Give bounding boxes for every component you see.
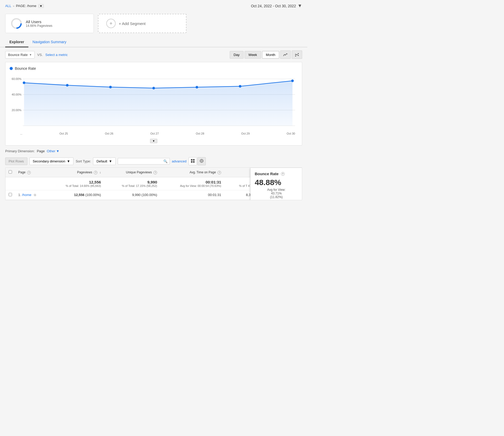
bounce-overlay-avg: Avg for View: 43.71% (11.82%) (255, 188, 298, 199)
bounce-overlay-title: Bounce Rate ? (255, 172, 298, 176)
tab-navigation-summary[interactable]: Navigation Summary (28, 37, 71, 47)
sort-default-label: Default (96, 159, 107, 163)
row-unique-val: 9,990 (132, 193, 141, 197)
x-label-2: Oct 26 (105, 132, 113, 135)
svg-point-19 (196, 86, 198, 89)
advanced-link[interactable]: advanced (172, 159, 186, 163)
primary-dimension-bar: Primary Dimension: Page Other ▼ (0, 146, 307, 155)
svg-point-3 (296, 54, 297, 55)
row-pageviews-cell: 12,556 (100.00%) (48, 190, 104, 200)
select-metric-link[interactable]: Select a metric (45, 53, 68, 57)
row-num: 1. (18, 193, 21, 197)
chart-scatter-btn[interactable] (292, 50, 302, 59)
table-controls: Plot Rows Secondary dimension ▼ Sort Typ… (0, 155, 307, 167)
x-label-4: Oct 28 (196, 132, 204, 135)
search-icon: 🔍 (163, 159, 167, 163)
chart-title: Bounce Rate (15, 66, 36, 71)
time-btn-day[interactable]: Day (230, 51, 244, 59)
unique-help-icon[interactable]: ? (153, 171, 157, 174)
view-table-btn[interactable] (189, 157, 197, 165)
metric-label: Bounce Rate (8, 53, 28, 57)
total-pageviews-main: 12,556 (51, 180, 101, 184)
row-page-link[interactable]: /home (22, 193, 31, 197)
row-checkbox-cell (5, 190, 15, 200)
time-btn-month[interactable]: Month (262, 51, 279, 59)
bounce-overlay-main-value: 48.88% (255, 178, 298, 187)
total-unique-main: 9,990 (107, 180, 157, 184)
metric-chevron: ▼ (29, 53, 32, 56)
total-page-cell (15, 177, 48, 190)
svg-marker-14 (24, 81, 293, 126)
checkbox-header (5, 168, 15, 177)
total-pageviews-sub: % of Total: 14.66% (85,663) (51, 184, 101, 187)
chart-container: Bounce Rate 60.00% 40.00% 20.00% (5, 62, 302, 146)
th-avg-time: Avg. Time on Page ? (160, 168, 224, 177)
all-users-segment[interactable]: All Users 14.66% Pageviews (5, 14, 94, 33)
svg-rect-24 (191, 161, 192, 163)
chart-x-labels: ... Oct 25 Oct 26 Oct 27 Oct 28 Oct 29 O… (10, 131, 298, 138)
row-pageviews-pct: (100.00%) (85, 193, 101, 197)
select-all-checkbox[interactable] (9, 170, 12, 174)
search-input[interactable] (120, 159, 162, 163)
x-label-0: ... (20, 132, 22, 135)
avg-time-help-icon[interactable]: ? (217, 171, 221, 174)
secondary-dim-arrow: ▼ (67, 159, 70, 163)
add-segment-circle: + (106, 19, 116, 28)
controls-right: Day Week Month (230, 50, 302, 59)
pageviews-help-icon[interactable]: ? (94, 171, 97, 174)
segment-info: All Users 14.66% Pageviews (26, 20, 52, 28)
th-page: Page ? (15, 168, 48, 177)
breadcrumb-page: PAGE: /home (16, 4, 36, 8)
secondary-dimension-button[interactable]: Secondary dimension ▼ (29, 157, 74, 165)
date-range-label: Oct 24, 2022 - Oct 30, 2022 (251, 4, 296, 8)
chart-area: 60.00% 40.00% 20.00% (10, 74, 298, 131)
copy-icon[interactable]: ⧉ (34, 193, 36, 197)
metric-dropdown[interactable]: Bounce Rate ▼ (5, 51, 35, 59)
time-btn-week[interactable]: Week (245, 51, 261, 59)
row-checkbox[interactable] (9, 193, 12, 196)
primary-dim-label: Primary Dimension: (5, 149, 35, 153)
svg-rect-25 (193, 161, 195, 163)
total-avg-main: 00:01:31 (163, 180, 221, 184)
tabs-bar: Explorer Navigation Summary (0, 37, 307, 47)
date-range-dropdown[interactable]: ▼ (297, 3, 302, 9)
breadcrumb-dropdown[interactable]: ▼ (38, 4, 44, 8)
add-segment-card[interactable]: + + Add Segment (98, 14, 186, 33)
chart-line-btn[interactable] (280, 50, 291, 59)
tab-explorer[interactable]: Explorer (5, 37, 28, 47)
row-avg-time-cell: 00:01:31 (160, 190, 224, 200)
th-pageviews: Pageviews ? ↓ (48, 168, 104, 177)
svg-rect-22 (191, 159, 192, 161)
plot-rows-button[interactable]: Plot Rows (5, 157, 27, 165)
controls-bar: Bounce Rate ▼ VS. Select a metric Day We… (0, 47, 307, 62)
chart-legend: Bounce Rate (10, 66, 298, 71)
breadcrumb-bar: ALL » PAGE: /home ▼ Oct 24, 2022 - Oct 3… (0, 0, 307, 12)
row-page-cell: 1. /home ⧉ (15, 190, 48, 200)
row-avg-time: 00:01:31 (208, 193, 221, 197)
breadcrumb-all[interactable]: ALL (5, 4, 11, 8)
svg-point-4 (298, 53, 299, 54)
x-label-6: Oct 30 (287, 132, 295, 135)
segment-area: All Users 14.66% Pageviews + + Add Segme… (0, 12, 307, 37)
dim-other[interactable]: Other ▼ (47, 149, 59, 153)
bounce-overlay-help[interactable]: ? (281, 172, 285, 176)
svg-point-15 (23, 81, 25, 84)
breadcrumb: ALL » PAGE: /home ▼ (5, 4, 44, 8)
chart-scroll-btn[interactable]: ▼ (150, 139, 157, 143)
view-other-btn[interactable] (197, 157, 206, 165)
svg-point-2 (295, 55, 296, 56)
total-checkbox-cell (5, 177, 15, 190)
svg-text:60.00%: 60.00% (12, 77, 22, 80)
legend-dot (10, 67, 13, 70)
segment-icon (11, 18, 22, 29)
svg-point-18 (152, 87, 155, 90)
sort-type-button[interactable]: Default ▼ (93, 157, 115, 165)
secondary-dim-label: Secondary dimension (33, 159, 65, 163)
row-unique-cell: 9,990 (100.00%) (104, 190, 160, 200)
sort-arrow: ▼ (109, 159, 112, 163)
total-avg-time-cell: 00:01:31 Avg for View: 00:00:54 (70.63%) (160, 177, 224, 190)
vs-label: VS. (37, 53, 43, 57)
segment-name: All Users (26, 20, 52, 24)
page-help-icon[interactable]: ? (27, 171, 31, 174)
th-unique-pageviews: Unique Pageviews ? (104, 168, 160, 177)
